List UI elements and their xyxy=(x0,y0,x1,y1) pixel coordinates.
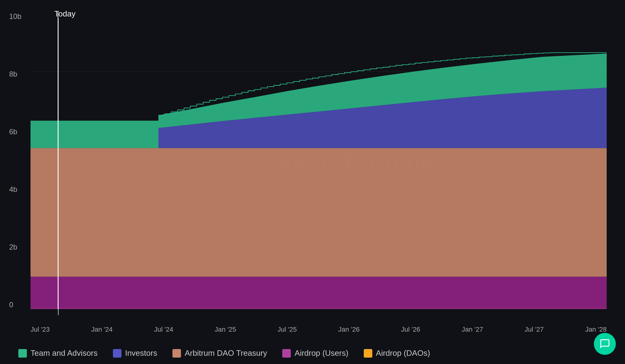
chart-container: Today 0 2b 4b 6b 8b 10b Token Terminal xyxy=(0,0,625,364)
x-label-jul26: Jul '26 xyxy=(401,326,420,333)
legend-label-treasury: Arbitrum DAO Treasury xyxy=(185,348,267,358)
x-axis: Jul '23 Jan '24 Jul '24 Jan '25 Jul '25 … xyxy=(31,326,607,333)
legend-item-treasury: Arbitrum DAO Treasury xyxy=(172,348,267,358)
legend-color-team xyxy=(18,349,27,358)
chat-button[interactable] xyxy=(594,333,616,355)
legend-label-airdrop-daos: Airdrop (DAOs) xyxy=(376,348,430,358)
y-label-10b: 10b xyxy=(9,12,21,21)
x-label-jan25: Jan '25 xyxy=(215,326,236,333)
today-line xyxy=(58,18,59,315)
x-label-jan27: Jan '27 xyxy=(462,326,483,333)
chart-svg xyxy=(31,12,607,309)
legend-label-team: Team and Advisors xyxy=(31,348,98,358)
y-label-2b: 2b xyxy=(9,243,21,251)
y-label-0: 0 xyxy=(9,301,21,309)
x-label-jul23: Jul '23 xyxy=(31,326,50,333)
y-label-8b: 8b xyxy=(9,70,21,78)
legend: Team and Advisors Investors Arbitrum DAO… xyxy=(18,348,607,358)
legend-item-team: Team and Advisors xyxy=(18,348,98,358)
x-label-jan28: Jan '28 xyxy=(585,326,607,333)
legend-color-airdrop-daos xyxy=(364,349,372,358)
series-airdrop-users xyxy=(31,277,607,309)
series-dao-treasury xyxy=(31,148,607,276)
y-axis: 0 2b 4b 6b 8b 10b xyxy=(9,12,21,309)
chart-area: Token Terminal xyxy=(31,12,607,309)
legend-item-airdrop-daos: Airdrop (DAOs) xyxy=(364,348,430,358)
legend-item-airdrop-users: Airdrop (Users) xyxy=(282,348,348,358)
x-label-jan24: Jan '24 xyxy=(91,326,113,333)
x-label-jul24: Jul '24 xyxy=(154,326,173,333)
y-label-6b: 6b xyxy=(9,128,21,136)
y-label-4b: 4b xyxy=(9,185,21,194)
legend-color-airdrop-users xyxy=(282,349,291,358)
x-label-jul25: Jul '25 xyxy=(277,326,297,333)
x-label-jan26: Jan '26 xyxy=(338,326,359,333)
legend-item-investors: Investors xyxy=(113,348,157,358)
legend-label-airdrop-users: Airdrop (Users) xyxy=(294,348,348,358)
chat-icon xyxy=(599,338,610,349)
legend-label-investors: Investors xyxy=(125,348,157,358)
legend-color-treasury xyxy=(172,349,181,358)
x-label-jul27: Jul '27 xyxy=(525,326,544,333)
legend-color-investors xyxy=(113,349,121,358)
